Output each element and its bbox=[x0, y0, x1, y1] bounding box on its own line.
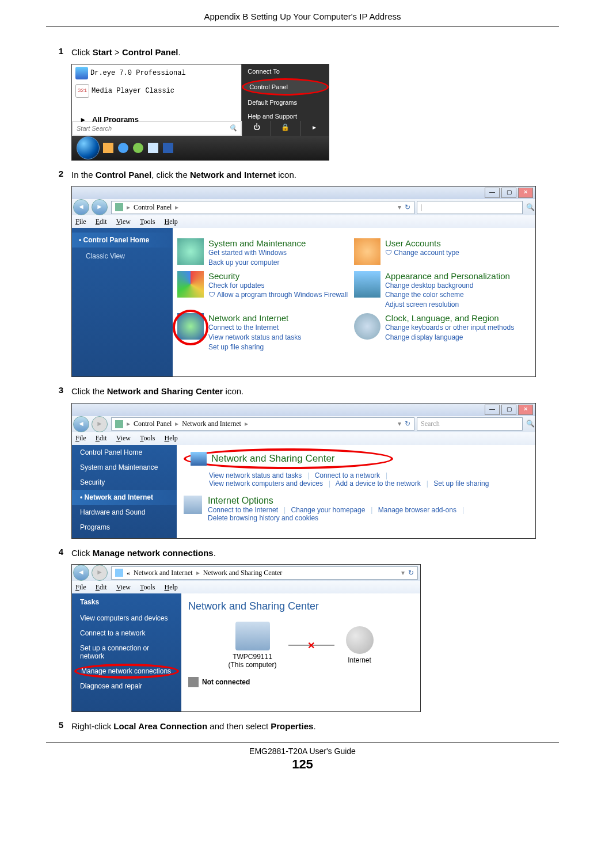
sidebar-hs[interactable]: Hardware and Sound bbox=[72, 505, 177, 520]
link[interactable]: Manage browser add-ons bbox=[378, 506, 456, 514]
minimize-button[interactable]: — bbox=[485, 405, 500, 415]
search-box[interactable]: Search bbox=[417, 417, 523, 431]
link[interactable]: Set up file sharing bbox=[433, 479, 489, 488]
menu-edit[interactable]: Edit bbox=[96, 434, 107, 443]
power-button[interactable]: ⏻ bbox=[242, 121, 271, 136]
menu-tools[interactable]: Tools bbox=[140, 218, 155, 226]
link-network-sharing-center[interactable]: Network and Sharing Center bbox=[184, 448, 393, 469]
breadcrumb[interactable]: ▸ Control Panel ▸ Network and Internet ▸… bbox=[111, 417, 414, 431]
link[interactable]: Connect to a network bbox=[315, 471, 380, 479]
cat-link[interactable]: Change keyboards or other input methods bbox=[385, 323, 514, 333]
cat-clock-language[interactable]: Clock, Language, and RegionChange keyboa… bbox=[354, 313, 531, 352]
cat-appearance[interactable]: Appearance and PersonalizationChange des… bbox=[354, 271, 531, 310]
forward-button[interactable]: ► bbox=[92, 199, 108, 215]
forward-button[interactable]: ► bbox=[92, 416, 108, 432]
menu-view[interactable]: View bbox=[116, 218, 131, 226]
sidebar-cp-home[interactable]: Control Panel Home bbox=[72, 233, 173, 248]
menu-file[interactable]: File bbox=[75, 583, 86, 592]
cat-link[interactable]: Set up file sharing bbox=[208, 342, 301, 352]
taskbar-wmp-icon[interactable] bbox=[133, 143, 143, 153]
menu-help[interactable]: Help bbox=[165, 583, 178, 592]
cat-network-internet[interactable]: Network and InternetConnect to the Inter… bbox=[177, 313, 354, 352]
start-default-programs[interactable]: Default Programs bbox=[242, 96, 329, 109]
refresh-icon[interactable]: ↻ bbox=[408, 569, 414, 577]
sidebar-connect-network[interactable]: Connect to a network bbox=[72, 626, 181, 641]
shutdown-arrow[interactable]: ▸ bbox=[300, 121, 329, 136]
cat-link[interactable]: 🛡 Allow a program through Windows Firewa… bbox=[208, 290, 348, 300]
breadcrumb[interactable]: ▸ Control Panel ▸ ▾ ↻ bbox=[111, 201, 414, 214]
menu-edit[interactable]: Edit bbox=[96, 218, 107, 226]
link[interactable]: View network status and tasks bbox=[209, 471, 302, 479]
menu-file[interactable]: File bbox=[75, 434, 86, 443]
taskbar-app-icon[interactable] bbox=[163, 143, 173, 153]
menu-file[interactable]: FFileile bbox=[75, 218, 86, 226]
dropdown-icon[interactable]: ▾ bbox=[401, 569, 405, 577]
link[interactable]: Connect to the Internet bbox=[208, 506, 278, 514]
sidebar-sm[interactable]: System and Maintenance bbox=[72, 460, 177, 475]
cat-link[interactable]: Check for updates bbox=[208, 281, 348, 291]
dropdown-icon[interactable]: ▾ bbox=[398, 203, 401, 212]
cat-security[interactable]: SecurityCheck for updates🛡 Allow a progr… bbox=[177, 271, 354, 310]
start-control-panel[interactable]: Control Panel bbox=[242, 78, 329, 96]
link[interactable]: Delete browsing history and cookies bbox=[208, 514, 318, 522]
cat-link[interactable]: Back up your computer bbox=[208, 258, 306, 268]
sidebar-pr[interactable]: Programs bbox=[72, 520, 177, 535]
sidebar-classic-view[interactable]: Classic View bbox=[72, 250, 173, 262]
search-icon[interactable]: 🔍 bbox=[525, 203, 535, 212]
start-program-dreye[interactable]: Dr.eye 7.0 Professional bbox=[72, 64, 241, 82]
search-icon: 🔍 bbox=[229, 124, 237, 132]
lock-button[interactable]: 🔒 bbox=[271, 121, 299, 136]
menu-tools[interactable]: Tools bbox=[140, 583, 155, 592]
breadcrumb[interactable]: « Network and Internet ▸ Network and Sha… bbox=[111, 566, 418, 580]
sep: | bbox=[284, 506, 286, 514]
sidebar-diagnose-repair[interactable]: Diagnose and repair bbox=[72, 679, 181, 694]
cat-link[interactable]: Change desktop background bbox=[385, 281, 510, 291]
start-search-input[interactable]: Start Search🔍 bbox=[73, 122, 241, 135]
menu-view[interactable]: View bbox=[116, 583, 131, 592]
taskbar-ie-icon[interactable] bbox=[118, 143, 128, 153]
taskbar-folder-icon[interactable] bbox=[103, 143, 113, 153]
taskbar-switch-icon[interactable] bbox=[148, 143, 158, 153]
maximize-button[interactable]: ▢ bbox=[501, 405, 516, 415]
forward-button[interactable]: ► bbox=[92, 565, 108, 581]
sidebar-view-computers[interactable]: View computers and devices bbox=[72, 611, 181, 626]
start-program-mpc[interactable]: 321Media Player Classic bbox=[72, 82, 241, 100]
start-connect-to[interactable]: Connect To bbox=[242, 64, 329, 78]
cat-system-maintenance[interactable]: System and MaintenanceGet started with W… bbox=[177, 238, 354, 268]
dropdown-icon[interactable]: ▾ bbox=[398, 420, 401, 428]
cat-user-accounts[interactable]: User Accounts🛡 Change account type bbox=[354, 238, 531, 268]
cat-link[interactable]: 🛡 Change account type bbox=[385, 248, 459, 258]
menu-view[interactable]: View bbox=[116, 434, 131, 443]
link[interactable]: View network computers and devices bbox=[209, 479, 323, 488]
close-button[interactable]: ✕ bbox=[518, 188, 533, 198]
cat-link[interactable]: Connect to the Internet bbox=[208, 323, 301, 333]
menu-help[interactable]: Help bbox=[165, 434, 178, 443]
maximize-button[interactable]: ▢ bbox=[501, 188, 516, 198]
cat-link[interactable]: Change display language bbox=[385, 333, 514, 342]
cat-link[interactable]: View network status and tasks bbox=[208, 333, 301, 342]
sidebar-setup-connection[interactable]: Set up a connection or network bbox=[72, 641, 181, 664]
close-button[interactable]: ✕ bbox=[518, 405, 533, 415]
cat-link[interactable]: Adjust screen resolution bbox=[385, 300, 510, 310]
search-box[interactable]: | bbox=[417, 201, 523, 214]
minimize-button[interactable]: — bbox=[485, 188, 500, 198]
link-internet-options[interactable]: Internet Options Connect to the Internet… bbox=[184, 496, 528, 522]
sidebar-manage-network-connections[interactable]: Manage network connections bbox=[74, 664, 179, 679]
back-button[interactable]: ◄ bbox=[73, 199, 89, 215]
refresh-icon[interactable]: ↻ bbox=[405, 420, 410, 428]
link[interactable]: Change your homepage bbox=[291, 506, 366, 514]
cat-link[interactable]: Change the color scheme bbox=[385, 290, 510, 300]
sidebar-sec[interactable]: Security bbox=[72, 475, 177, 490]
search-icon[interactable]: 🔍 bbox=[525, 420, 535, 428]
back-button[interactable]: ◄ bbox=[73, 565, 89, 581]
refresh-icon[interactable]: ↻ bbox=[405, 203, 410, 212]
sidebar-ni[interactable]: Network and Internet bbox=[72, 490, 177, 505]
menu-tools[interactable]: Tools bbox=[140, 434, 155, 443]
menu-edit[interactable]: Edit bbox=[96, 583, 107, 592]
link[interactable]: Add a device to the network bbox=[336, 479, 421, 488]
back-button[interactable]: ◄ bbox=[73, 416, 89, 432]
cat-link[interactable]: Get started with Windows bbox=[208, 248, 306, 258]
start-orb-icon[interactable] bbox=[77, 136, 100, 159]
sidebar-cp-home[interactable]: Control Panel Home bbox=[72, 445, 177, 460]
menu-help[interactable]: Help bbox=[165, 218, 178, 226]
